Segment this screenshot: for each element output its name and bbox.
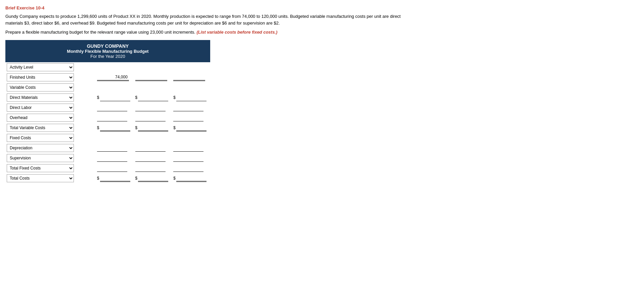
total-costs-input-1[interactable] bbox=[100, 175, 130, 182]
overhead-col1 bbox=[96, 113, 134, 123]
direct-materials-input-1[interactable] bbox=[100, 94, 130, 101]
table-header: GUNDY COMPANY Monthly Flexible Manufactu… bbox=[5, 40, 210, 62]
direct-materials-input-2[interactable] bbox=[138, 94, 168, 101]
total-fixed-col1 bbox=[96, 163, 134, 173]
direct-materials-row: Direct Materials $ $ $ bbox=[5, 92, 210, 103]
total-fixed-costs-select[interactable]: Total Fixed Costs bbox=[7, 164, 74, 172]
variable-costs-row: Variable Costs bbox=[5, 82, 210, 92]
overhead-input-2[interactable] bbox=[135, 114, 166, 121]
overhead-input-3[interactable] bbox=[173, 114, 203, 121]
total-fixed-input-3[interactable] bbox=[173, 164, 203, 172]
activity-level-label-cell: Activity Level bbox=[5, 62, 96, 72]
dollar-sign-1: $ bbox=[97, 95, 99, 100]
total-variable-col1: $ bbox=[96, 123, 134, 133]
finished-units-label-cell: Finished Units bbox=[5, 72, 96, 82]
overhead-col2 bbox=[134, 113, 172, 123]
total-fixed-col3 bbox=[172, 163, 210, 173]
depreciation-input-2[interactable] bbox=[135, 144, 166, 152]
total-costs-input-2[interactable] bbox=[138, 175, 168, 182]
total-variable-col3: $ bbox=[172, 123, 210, 133]
total-costs-col3: $ bbox=[172, 173, 210, 183]
direct-labor-input-2[interactable] bbox=[135, 104, 166, 111]
overhead-row: Overhead bbox=[5, 113, 210, 123]
total-fixed-input-2[interactable] bbox=[135, 164, 166, 172]
tc-dollar-2: $ bbox=[135, 176, 138, 181]
depreciation-row: Depreciation bbox=[5, 143, 210, 153]
activity-level-col2 bbox=[134, 62, 172, 72]
depreciation-col3 bbox=[172, 143, 210, 153]
supervision-label-cell: Supervision bbox=[5, 153, 96, 163]
direct-labor-col3 bbox=[172, 103, 210, 113]
overhead-label-cell: Overhead bbox=[5, 113, 96, 123]
total-costs-row: Total Costs $ $ $ bbox=[5, 173, 210, 183]
direct-labor-select[interactable]: Direct Labor bbox=[7, 104, 74, 112]
direct-materials-label-cell: Direct Materials bbox=[5, 92, 96, 103]
direct-materials-input-3[interactable] bbox=[176, 94, 206, 101]
total-fixed-costs-row: Total Fixed Costs bbox=[5, 163, 210, 173]
total-variable-costs-row: Total Variable Costs $ $ $ bbox=[5, 123, 210, 133]
direct-labor-label-cell: Direct Labor bbox=[5, 103, 96, 113]
direct-labor-col1 bbox=[96, 103, 134, 113]
total-fixed-input-1[interactable] bbox=[97, 164, 127, 172]
direct-materials-col1: $ bbox=[96, 92, 134, 103]
finished-units-input-3[interactable] bbox=[173, 74, 205, 81]
supervision-col2 bbox=[134, 153, 172, 163]
direct-materials-select[interactable]: Direct Materials bbox=[7, 93, 74, 102]
total-variable-col2: $ bbox=[134, 123, 172, 133]
total-costs-input-3[interactable] bbox=[176, 175, 206, 182]
depreciation-label-cell: Depreciation bbox=[5, 143, 96, 153]
total-costs-label-cell: Total Costs bbox=[5, 173, 96, 183]
direct-labor-row: Direct Labor bbox=[5, 103, 210, 113]
tvc-dollar-1: $ bbox=[97, 125, 99, 130]
overhead-select[interactable]: Overhead bbox=[7, 114, 74, 122]
dollar-sign-3: $ bbox=[173, 95, 176, 100]
direct-labor-col2 bbox=[134, 103, 172, 113]
total-variable-input-1[interactable] bbox=[100, 124, 130, 131]
supervision-col3 bbox=[172, 153, 210, 163]
supervision-row: Supervision bbox=[5, 153, 210, 163]
description: Gundy Company expects to produce 1,299,6… bbox=[5, 13, 408, 26]
fixed-costs-row: Fixed Costs bbox=[5, 133, 210, 143]
depreciation-input-1[interactable] bbox=[97, 144, 127, 152]
overhead-input-1[interactable] bbox=[97, 114, 127, 121]
finished-units-input-2[interactable] bbox=[135, 74, 167, 81]
total-costs-col2: $ bbox=[134, 173, 172, 183]
total-variable-input-2[interactable] bbox=[138, 124, 168, 131]
depreciation-select[interactable]: Depreciation bbox=[7, 144, 74, 152]
budget-table-container: GUNDY COMPANY Monthly Flexible Manufactu… bbox=[5, 40, 210, 183]
tvc-dollar-3: $ bbox=[173, 125, 176, 130]
company-name: GUNDY COMPANY bbox=[5, 43, 210, 49]
supervision-input-3[interactable] bbox=[173, 154, 203, 162]
direct-labor-input-3[interactable] bbox=[173, 104, 203, 111]
activity-level-select[interactable]: Activity Level bbox=[7, 63, 74, 71]
finished-units-input-1[interactable] bbox=[97, 74, 129, 81]
finished-units-select[interactable]: Finished Units bbox=[7, 73, 74, 81]
budget-table: Activity Level Finished Units bbox=[5, 62, 210, 183]
supervision-input-2[interactable] bbox=[135, 154, 166, 162]
activity-level-col3 bbox=[172, 62, 210, 72]
direct-materials-col2: $ bbox=[134, 92, 172, 103]
supervision-select[interactable]: Supervision bbox=[7, 154, 74, 162]
total-costs-select[interactable]: Total Costs bbox=[7, 174, 74, 182]
finished-units-row: Finished Units bbox=[5, 72, 210, 82]
total-fixed-col2 bbox=[134, 163, 172, 173]
total-fixed-costs-label-cell: Total Fixed Costs bbox=[5, 163, 96, 173]
instruction: Prepare a flexible manufacturing budget … bbox=[5, 30, 639, 35]
supervision-input-1[interactable] bbox=[97, 154, 127, 162]
variable-costs-select[interactable]: Variable Costs bbox=[7, 83, 74, 91]
table-subtitle: Monthly Flexible Manufacturing Budget bbox=[5, 49, 210, 54]
direct-labor-input-1[interactable] bbox=[97, 104, 127, 111]
total-variable-input-3[interactable] bbox=[176, 124, 206, 131]
activity-level-col1 bbox=[96, 62, 134, 72]
fixed-costs-label-cell: Fixed Costs bbox=[5, 133, 96, 143]
brief-title: Brief Exercise 10-4 bbox=[5, 5, 639, 10]
fixed-costs-select[interactable]: Fixed Costs bbox=[7, 134, 74, 142]
activity-level-row: Activity Level bbox=[5, 62, 210, 72]
total-variable-costs-label-cell: Total Variable Costs bbox=[5, 123, 96, 133]
depreciation-input-3[interactable] bbox=[173, 144, 203, 152]
direct-materials-col3: $ bbox=[172, 92, 210, 103]
tc-dollar-1: $ bbox=[97, 176, 99, 181]
total-variable-costs-select[interactable]: Total Variable Costs bbox=[7, 124, 74, 132]
finished-units-col3 bbox=[172, 72, 210, 82]
dollar-sign-2: $ bbox=[135, 95, 138, 100]
